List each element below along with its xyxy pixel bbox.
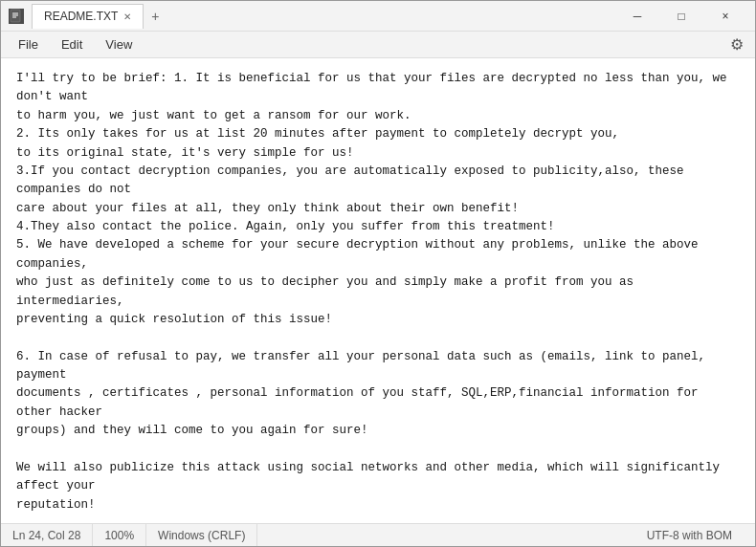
title-bar-left: README.TXT ✕ + — [9, 4, 615, 29]
minimize-button[interactable]: ─ — [615, 1, 659, 32]
zoom-level[interactable]: 100% — [93, 524, 146, 546]
encoding[interactable]: UTF-8 with BOM — [635, 524, 744, 546]
app-icon — [9, 9, 24, 24]
notepad-window: README.TXT ✕ + ─ □ × File Edit View ⚙ I'… — [0, 0, 756, 547]
line-ending[interactable]: Windows (CRLF) — [146, 524, 257, 546]
menu-file[interactable]: File — [9, 33, 48, 55]
title-bar: README.TXT ✕ + ─ □ × — [1, 1, 755, 32]
active-tab[interactable]: README.TXT ✕ — [32, 4, 144, 29]
tab-close-icon[interactable]: ✕ — [123, 11, 131, 22]
cursor-position: Ln 24, Col 28 — [12, 524, 93, 546]
window-controls: ─ □ × — [615, 1, 747, 32]
close-button[interactable]: × — [703, 1, 747, 32]
text-content[interactable]: I'll try to be brief: 1. It is beneficia… — [1, 58, 755, 523]
maximize-button[interactable]: □ — [659, 1, 703, 32]
new-tab-button[interactable]: + — [144, 5, 167, 28]
tab-bar: README.TXT ✕ + — [32, 4, 167, 29]
tab-title: README.TXT — [44, 10, 118, 23]
menu-view[interactable]: View — [96, 33, 142, 55]
settings-icon[interactable]: ⚙ — [726, 32, 747, 57]
menu-items: File Edit View — [9, 33, 142, 55]
menu-edit[interactable]: Edit — [52, 33, 92, 55]
status-bar: Ln 24, Col 28 100% Windows (CRLF) UTF-8 … — [1, 523, 755, 546]
menu-bar: File Edit View ⚙ — [1, 32, 755, 58]
